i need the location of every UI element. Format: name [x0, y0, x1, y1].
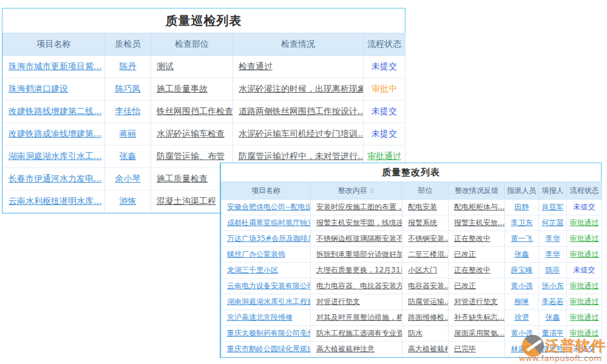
- inspection-column-header-2: 检查部位: [151, 33, 233, 56]
- rectify-column-header-1[interactable]: 整改内容⇅: [311, 182, 402, 200]
- status-badge[interactable]: 未提交: [371, 129, 397, 138]
- status-badge-cell: 审批通过: [567, 294, 602, 310]
- inspector-name-cell: 游恢: [105, 190, 151, 213]
- project-link[interactable]: 龙湖三千里小区: [227, 266, 278, 274]
- project-link-cell: 长春市伊通河水力发电...: [3, 168, 105, 190]
- table-row: 改建铁路成渝线增建第...蒋丽水泥砼运输车检查水泥砼运输车司机经过专门培训...…: [3, 123, 405, 146]
- table-row: 重庆太极制药有限公司亳州中...防水工程施工选调有专业资质...防水屋面采用聚氨…: [222, 326, 602, 342]
- inspector-name-cell: 陈丹: [105, 56, 151, 78]
- inspection-part: 铁丝网围挡工作检查: [157, 106, 233, 116]
- rectify-content: 安装时应按施工图的布置，将...: [316, 203, 402, 211]
- rectify-content-cell: 对管进行垫支: [311, 294, 402, 310]
- sort-updown-icon[interactable]: ⇅: [370, 187, 375, 194]
- status-badge[interactable]: 审批中: [371, 84, 397, 93]
- project-link[interactable]: 京沪高速北京段维修: [227, 313, 293, 322]
- status-badge[interactable]: 审批通过: [570, 250, 599, 258]
- inspector-name[interactable]: 李佳怡: [115, 106, 141, 116]
- project-link[interactable]: 安徽合肥供电公司--配电设备...: [227, 203, 311, 211]
- reporter-name-cell: 李华: [539, 247, 567, 263]
- project-link[interactable]: 重庆太极制药有限公司亳州中...: [227, 329, 311, 337]
- status-badge[interactable]: 审批通过: [570, 234, 599, 243]
- column-label: 项目名称: [37, 39, 71, 49]
- rectify-column-header-2: 部位: [402, 182, 449, 200]
- assignee-name-cell: 徐贤: [505, 310, 539, 326]
- rectify-content-cell: 高大植被栽种注意: [311, 342, 402, 357]
- project-link-cell: 湖南洞庭湖水库引水工程施工标: [222, 294, 311, 310]
- project-link[interactable]: 云南水利枢纽潜明水库...: [8, 196, 101, 206]
- status-badge[interactable]: 未提交: [574, 345, 595, 353]
- status-badge[interactable]: 未提交: [574, 266, 595, 274]
- inspector-name-cell: 张鑫: [105, 146, 151, 168]
- inspection-part-cell: 水泥砼运输车检查: [151, 123, 233, 146]
- status-badge[interactable]: 审批通过: [570, 281, 599, 290]
- assignee-name[interactable]: 田静: [515, 203, 529, 211]
- status-badge[interactable]: 未提交: [371, 106, 397, 116]
- status-badge[interactable]: 审批通过: [570, 313, 599, 322]
- reporter-name[interactable]: 范思哲: [542, 345, 564, 353]
- inspector-name[interactable]: 陈巧凤: [115, 84, 141, 93]
- reporter-name[interactable]: 肖亚军: [542, 203, 564, 211]
- status-badge[interactable]: 审批通过: [367, 151, 401, 161]
- reporter-name[interactable]: 陈菲: [546, 266, 560, 274]
- assignee-name[interactable]: 李卫东: [511, 218, 533, 227]
- project-link[interactable]: 重庆市鹅岭公园绿化景观提升...: [227, 345, 311, 353]
- inspection-situation-cell: 道路两侧铁丝网围挡工作按设计...: [233, 101, 364, 123]
- status-badge-cell: 审批通过: [567, 326, 602, 342]
- rectify-content: 对其及时开展整治措施，桥头...: [316, 313, 402, 322]
- project-link[interactable]: 万达广场35#会所及咖啡厅空...: [227, 234, 311, 243]
- project-link[interactable]: 珠海鹤港口建设: [8, 84, 68, 93]
- status-badge[interactable]: 未提交: [371, 61, 397, 71]
- project-link[interactable]: 改建铁路成渝线增建第...: [8, 129, 101, 138]
- rectify-feedback: 补齐缺失标志...: [454, 313, 504, 322]
- project-link-cell: 龙湖三千里小区: [222, 263, 311, 278]
- status-badge[interactable]: 未提交: [574, 203, 595, 211]
- rectify-content: 报警主机安放牢固，线缆连接...: [316, 218, 402, 227]
- reporter-name[interactable]: 李华: [546, 234, 560, 243]
- project-link[interactable]: 珠海市城市更新项目紫...: [8, 61, 101, 71]
- project-link[interactable]: 湖南洞庭湖水库引水工...: [8, 151, 101, 161]
- rectify-column-header-3: 整改情况反馈: [449, 182, 505, 200]
- inspector-name[interactable]: 蒋丽: [120, 129, 137, 138]
- rectify-content: 大理石质量更换，12月31日之...: [316, 266, 402, 274]
- project-link[interactable]: 改建铁路线增建第二线...: [8, 106, 101, 116]
- reporter-name[interactable]: 董清平: [542, 329, 564, 337]
- assignee-name[interactable]: 徐贤: [515, 313, 529, 322]
- rectify-part-cell: 报警系统: [402, 215, 449, 231]
- status-badge[interactable]: 审批通过: [570, 329, 599, 337]
- rectify-content-cell: 报警主机安放牢固，线缆连接...: [311, 215, 402, 231]
- rectify-part: 配电安装: [408, 203, 437, 211]
- inspection-table-header-row: 项目名称质检员检查部位检查情况流程状态: [3, 33, 405, 56]
- project-link-cell: 改建铁路成渝线增建第...: [3, 123, 105, 146]
- assignee-name[interactable]: 黄小强: [511, 281, 533, 290]
- reporter-name[interactable]: 张鑫: [546, 313, 560, 322]
- inspector-name[interactable]: 游恢: [120, 196, 137, 206]
- project-link[interactable]: 云南电力设备安装有限公司20...: [227, 281, 311, 290]
- assignee-name[interactable]: 张鑫: [515, 250, 529, 258]
- status-badge-cell: 审批通过: [567, 215, 602, 231]
- assignee-name[interactable]: 柳琳: [515, 297, 529, 306]
- assignee-name[interactable]: 薛宝峰: [511, 266, 533, 274]
- reporter-name-cell: 范思哲: [539, 342, 567, 357]
- inspector-name[interactable]: 张鑫: [120, 151, 137, 161]
- inspector-name[interactable]: 陈丹: [120, 61, 137, 71]
- assignee-name[interactable]: 黄小强: [511, 329, 533, 337]
- reporter-name[interactable]: 张小东: [542, 281, 564, 290]
- project-link[interactable]: 湖南洞庭湖水库引水工程施工标: [227, 297, 311, 306]
- status-badge[interactable]: 审批通过: [570, 218, 599, 227]
- status-badge[interactable]: 审批通过: [570, 297, 599, 306]
- reporter-name[interactable]: 何芷茵: [542, 218, 564, 227]
- reporter-name[interactable]: 李华: [546, 250, 560, 258]
- reporter-name-cell: 张鑫: [539, 310, 567, 326]
- rectify-feedback-cell: 已改正: [449, 247, 505, 263]
- project-link[interactable]: 成都杜甫草堂临时展厅独立展...: [227, 218, 311, 227]
- project-link[interactable]: 长春市伊通河水力发电...: [8, 174, 101, 183]
- project-link[interactable]: 螺丝厂办公室装饰: [227, 250, 285, 258]
- assignee-name[interactable]: 黄一飞: [511, 234, 533, 243]
- inspector-name[interactable]: 余小琴: [115, 174, 141, 183]
- project-link-cell: 云南电力设备安装有限公司20...: [222, 278, 311, 294]
- rectify-feedback-cell: 已改正: [449, 278, 505, 294]
- column-label: 项目名称: [251, 186, 280, 195]
- column-label: 填报人: [542, 186, 564, 195]
- reporter-name[interactable]: 李若若: [542, 297, 564, 306]
- assignee-name[interactable]: 林康平: [511, 345, 533, 353]
